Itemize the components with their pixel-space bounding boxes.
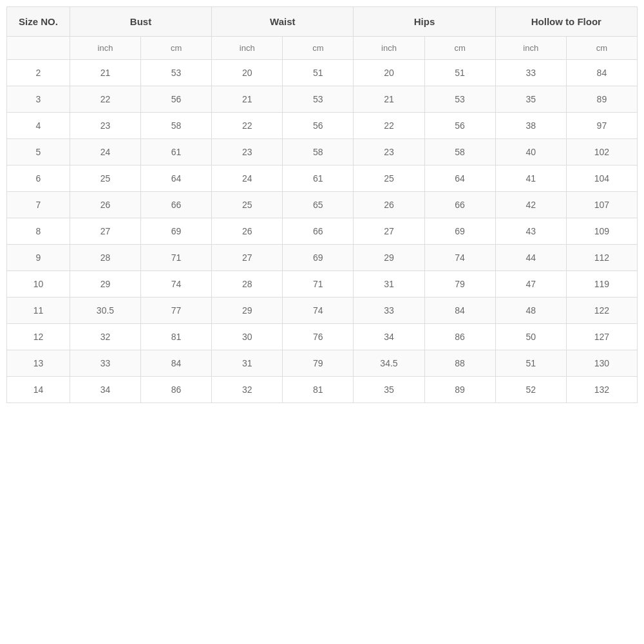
waist-cm-cell: 61 <box>283 166 354 192</box>
htf-inch-cell: 40 <box>495 139 566 166</box>
size-no-cell: 10 <box>7 271 70 298</box>
size-no-cell: 14 <box>7 377 70 403</box>
sub-header-bust-inch: inch <box>70 37 140 60</box>
hips-inch-cell: 22 <box>354 113 424 139</box>
sub-header-htf-inch: inch <box>495 37 566 60</box>
bust-inch-cell: 22 <box>70 86 140 113</box>
table-row: 133384317934.58851130 <box>7 350 638 377</box>
sub-header-empty <box>7 37 70 60</box>
sub-header-waist-cm: cm <box>283 37 354 60</box>
size-no-cell: 5 <box>7 139 70 166</box>
hips-inch-cell: 23 <box>354 139 424 166</box>
htf-inch-cell: 48 <box>495 298 566 324</box>
size-chart-wrapper: Size NO. Bust Waist Hips Hollow to Floor… <box>0 0 644 410</box>
size-no-cell: 4 <box>7 113 70 139</box>
bust-inch-cell: 23 <box>70 113 140 139</box>
waist-cm-cell: 53 <box>283 86 354 113</box>
size-no-cell: 6 <box>7 166 70 192</box>
hips-cm-cell: 84 <box>424 298 495 324</box>
hips-inch-cell: 34 <box>354 324 424 350</box>
htf-inch-cell: 52 <box>495 377 566 403</box>
size-no-cell: 3 <box>7 86 70 113</box>
hips-cm-cell: 79 <box>424 271 495 298</box>
hips-cm-cell: 53 <box>424 86 495 113</box>
header-bust: Bust <box>70 7 211 37</box>
table-row: 625642461256441104 <box>7 166 638 192</box>
htf-cm-cell: 132 <box>566 377 637 403</box>
waist-cm-cell: 79 <box>283 350 354 377</box>
table-row: 524612358235840102 <box>7 139 638 166</box>
hips-inch-cell: 27 <box>354 218 424 245</box>
header-hollow-to-floor: Hollow to Floor <box>495 7 637 37</box>
waist-inch-cell: 32 <box>212 377 283 403</box>
size-no-cell: 11 <box>7 298 70 324</box>
bust-cm-cell: 53 <box>141 60 212 86</box>
table-body: 2215320512051338432256215321533589423582… <box>7 60 638 403</box>
table-row: 22153205120513384 <box>7 60 638 86</box>
waist-cm-cell: 51 <box>283 60 354 86</box>
bust-cm-cell: 84 <box>141 350 212 377</box>
bust-inch-cell: 33 <box>70 350 140 377</box>
bust-inch-cell: 29 <box>70 271 140 298</box>
bust-cm-cell: 56 <box>141 86 212 113</box>
hips-inch-cell: 31 <box>354 271 424 298</box>
table-row: 1434863281358952132 <box>7 377 638 403</box>
sub-header-row: inch cm inch cm inch cm inch cm <box>7 37 638 60</box>
htf-inch-cell: 33 <box>495 60 566 86</box>
hips-cm-cell: 51 <box>424 60 495 86</box>
waist-inch-cell: 20 <box>212 60 283 86</box>
waist-inch-cell: 26 <box>212 218 283 245</box>
htf-cm-cell: 84 <box>566 60 637 86</box>
bust-cm-cell: 66 <box>141 192 212 218</box>
sub-header-htf-cm: cm <box>566 37 637 60</box>
size-chart-table: Size NO. Bust Waist Hips Hollow to Floor… <box>6 6 638 403</box>
htf-inch-cell: 44 <box>495 245 566 271</box>
waist-inch-cell: 21 <box>212 86 283 113</box>
hips-cm-cell: 74 <box>424 245 495 271</box>
sub-header-bust-cm: cm <box>141 37 212 60</box>
htf-cm-cell: 130 <box>566 350 637 377</box>
sub-header-waist-inch: inch <box>212 37 283 60</box>
size-no-cell: 12 <box>7 324 70 350</box>
hips-cm-cell: 88 <box>424 350 495 377</box>
htf-inch-cell: 42 <box>495 192 566 218</box>
hips-cm-cell: 89 <box>424 377 495 403</box>
bust-cm-cell: 64 <box>141 166 212 192</box>
htf-inch-cell: 35 <box>495 86 566 113</box>
size-no-cell: 2 <box>7 60 70 86</box>
bust-inch-cell: 24 <box>70 139 140 166</box>
table-row: 1130.5772974338448122 <box>7 298 638 324</box>
bust-inch-cell: 30.5 <box>70 298 140 324</box>
bust-cm-cell: 74 <box>141 271 212 298</box>
htf-cm-cell: 104 <box>566 166 637 192</box>
htf-cm-cell: 107 <box>566 192 637 218</box>
htf-inch-cell: 51 <box>495 350 566 377</box>
table-row: 726662565266642107 <box>7 192 638 218</box>
waist-cm-cell: 56 <box>283 113 354 139</box>
bust-inch-cell: 25 <box>70 166 140 192</box>
htf-inch-cell: 43 <box>495 218 566 245</box>
bust-cm-cell: 86 <box>141 377 212 403</box>
htf-cm-cell: 119 <box>566 271 637 298</box>
table-row: 1232813076348650127 <box>7 324 638 350</box>
hips-cm-cell: 86 <box>424 324 495 350</box>
hips-inch-cell: 29 <box>354 245 424 271</box>
waist-inch-cell: 28 <box>212 271 283 298</box>
htf-cm-cell: 109 <box>566 218 637 245</box>
bust-cm-cell: 77 <box>141 298 212 324</box>
waist-cm-cell: 74 <box>283 298 354 324</box>
htf-cm-cell: 127 <box>566 324 637 350</box>
table-row: 32256215321533589 <box>7 86 638 113</box>
hips-inch-cell: 33 <box>354 298 424 324</box>
htf-cm-cell: 102 <box>566 139 637 166</box>
size-no-cell: 7 <box>7 192 70 218</box>
sub-header-hips-cm: cm <box>424 37 495 60</box>
header-waist: Waist <box>212 7 354 37</box>
waist-cm-cell: 58 <box>283 139 354 166</box>
hips-inch-cell: 26 <box>354 192 424 218</box>
hips-cm-cell: 66 <box>424 192 495 218</box>
bust-cm-cell: 58 <box>141 113 212 139</box>
table-row: 827692666276943109 <box>7 218 638 245</box>
size-no-cell: 9 <box>7 245 70 271</box>
waist-inch-cell: 29 <box>212 298 283 324</box>
